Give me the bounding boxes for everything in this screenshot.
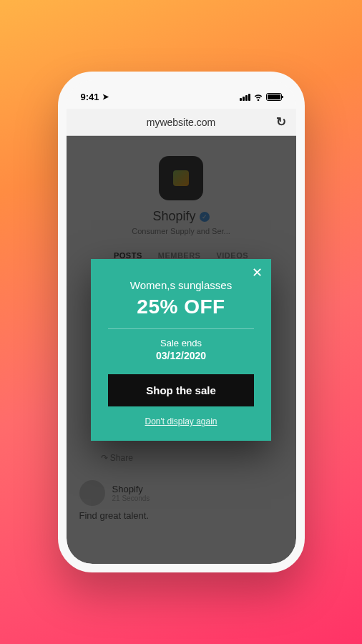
status-left: 9:41 ➤ — [81, 92, 109, 102]
popup-divider — [108, 328, 254, 329]
popup-sale-ends-date: 03/12/2020 — [108, 350, 254, 361]
status-time: 9:41 — [81, 92, 99, 102]
shop-sale-button[interactable]: Shop the sale — [108, 374, 254, 406]
signal-icon — [240, 93, 250, 101]
promo-popup: ✕ Women,s sunglasses 25% OFF Sale ends 0… — [91, 259, 271, 441]
dismiss-link[interactable]: Don't display again — [108, 416, 254, 426]
popup-sale-ends-label: Sale ends — [108, 338, 254, 348]
refresh-icon[interactable]: ↻ — [276, 114, 286, 130]
popup-discount: 25% OFF — [108, 296, 254, 318]
phone-frame: 9:41 ➤ mywebsite.com ↻ — [58, 72, 305, 572]
battery-icon — [266, 93, 282, 101]
popup-title: Women,s sunglasses — [108, 279, 254, 291]
phone-screen: 9:41 ➤ mywebsite.com ↻ — [67, 80, 296, 564]
url-text: mywebsite.com — [147, 117, 215, 128]
wifi-icon — [253, 93, 263, 101]
modal-overlay[interactable]: ✕ Women,s sunglasses 25% OFF Sale ends 0… — [67, 136, 296, 564]
phone-notch — [124, 80, 238, 99]
status-right — [240, 93, 282, 101]
location-icon: ➤ — [102, 92, 109, 102]
close-icon[interactable]: ✕ — [252, 266, 263, 279]
page-content: Shopify ✓ Consumer Supply and Ser... POS… — [67, 136, 296, 564]
url-bar[interactable]: mywebsite.com ↻ — [67, 109, 296, 136]
